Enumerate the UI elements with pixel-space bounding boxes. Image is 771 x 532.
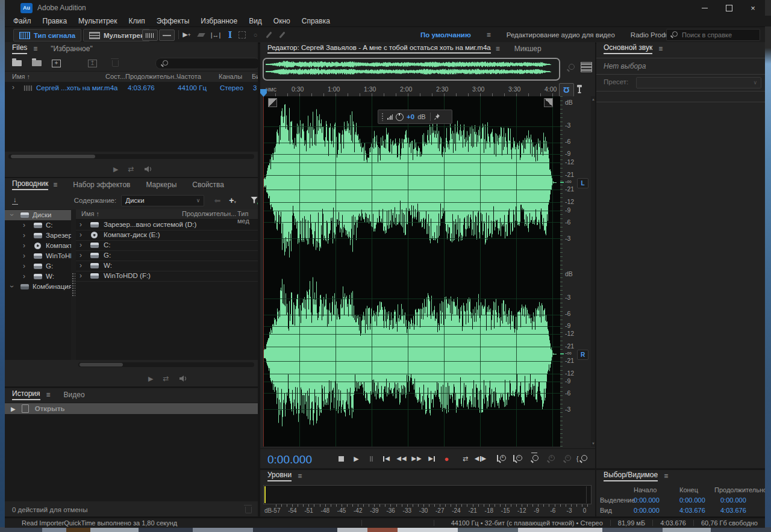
tree-item-drives[interactable]: › Диски xyxy=(5,210,71,220)
files-loop-icon[interactable]: ⇄ xyxy=(128,165,134,173)
minimize-button[interactable] xyxy=(693,0,717,16)
time-selection-tool-button[interactable]: |↔| xyxy=(210,29,222,40)
tree-item-c[interactable]: ›C: xyxy=(5,220,71,230)
new-bin-icon[interactable]: + xyxy=(52,60,61,67)
tab-selection-view[interactable]: Выбор/Видимое xyxy=(604,471,658,481)
ibeam-tool-button[interactable]: I xyxy=(224,29,236,40)
files-hscrollbar[interactable] xyxy=(8,154,254,159)
help-search-input[interactable] xyxy=(681,31,756,39)
files-col-rate[interactable]: Частота xyxy=(176,73,201,80)
snap-toggle-button[interactable]: Ω xyxy=(559,83,574,97)
explorer-play-icon[interactable]: ▶ xyxy=(148,375,153,383)
pause-button[interactable] xyxy=(364,451,379,466)
selection-panel-menu-icon[interactable]: ≡ xyxy=(664,472,668,480)
tab-mixer[interactable]: Микшер xyxy=(514,45,542,53)
explorer-loop-icon[interactable]: ⇄ xyxy=(163,374,169,383)
import-into-files-icon[interactable]: ↓ xyxy=(12,196,18,205)
move-tool-button[interactable]: ▶+ xyxy=(181,29,193,40)
tab-explorer[interactable]: Проводник xyxy=(12,179,48,190)
files-panel-menu-icon[interactable]: ≡ xyxy=(33,45,37,53)
list-item-f[interactable]: ›WinToHDD (F:) xyxy=(76,271,258,282)
tab-editor[interactable]: Редактор: Сергей Завьялов - А мне с тобо… xyxy=(267,44,491,54)
tree-item-cdrom[interactable]: ›Компакт- xyxy=(5,241,71,251)
fast-forward-button[interactable]: ▶▶ xyxy=(409,451,424,466)
lasso-tool-button[interactable]: ○ xyxy=(249,29,261,40)
menu-clip[interactable]: Клип xyxy=(129,17,145,25)
menu-file[interactable]: Файл xyxy=(13,17,31,25)
view-duration-value[interactable]: 4:03.676 xyxy=(720,507,746,514)
close-button[interactable]: × xyxy=(741,0,765,16)
list-item-d[interactable]: ›Зарезер...вано системой (D:) xyxy=(76,220,258,230)
explorer-panel-menu-icon[interactable]: ≡ xyxy=(53,181,57,189)
zoom-to-selection-button[interactable] xyxy=(529,454,540,464)
files-col-name[interactable]: Имя ↑ xyxy=(12,73,30,80)
waveform-view-button[interactable] xyxy=(142,29,158,41)
tab-essential-sound[interactable]: Основной звук xyxy=(604,43,652,54)
list-col-duration[interactable]: Продолжительн... xyxy=(182,210,236,217)
selection-end-value[interactable]: 0:00.000 xyxy=(679,496,705,504)
essential-panel-menu-icon[interactable]: ≡ xyxy=(658,45,663,53)
overview-waveform-canvas[interactable] xyxy=(266,60,555,76)
volume-hud[interactable]: +0 dB xyxy=(378,110,452,124)
fade-out-handle[interactable] xyxy=(544,98,553,107)
record-button[interactable]: ● xyxy=(439,451,454,466)
waveform-mode-button[interactable]: Тип сигнала xyxy=(13,29,81,42)
tab-markers[interactable]: Маркеры xyxy=(146,181,176,189)
rewind-button[interactable]: ◀◀ xyxy=(394,451,409,466)
editor-layout-icon[interactable] xyxy=(581,62,592,72)
timeline-ruler[interactable]: чмс0:301:001:302:002:303:003:304:00 xyxy=(263,84,560,96)
playhead-line[interactable] xyxy=(263,96,264,447)
skip-to-start-button[interactable]: ◀ xyxy=(379,451,394,466)
zoom-out-horizontal-button[interactable]: − xyxy=(513,454,524,464)
view-start-value[interactable]: 0:00.000 xyxy=(634,507,660,514)
file-row[interactable]: › Сергей ...хоть на миг.m4a 4:03.676 441… xyxy=(5,83,258,93)
loop-playback-button[interactable]: ⇄ xyxy=(458,451,473,466)
tree-item-combination[interactable]: ›Комбинация xyxy=(5,282,71,292)
menu-favorites[interactable]: Избранное xyxy=(201,17,237,25)
files-col-duration[interactable]: Продолжительн... xyxy=(125,73,179,80)
spectral-view-button[interactable] xyxy=(159,29,175,41)
content-dropdown[interactable]: Диски ∨ xyxy=(121,195,204,206)
list-item-c[interactable]: ›C: xyxy=(76,240,258,251)
overview-nav-zoom-icon[interactable] xyxy=(565,63,576,73)
play-button[interactable]: ▶ xyxy=(349,451,364,466)
explorer-autoplay-speaker-icon[interactable] xyxy=(179,375,187,382)
files-col-bits[interactable]: Би xyxy=(252,73,258,80)
explorer-hscrollbar[interactable] xyxy=(78,362,254,367)
view-end-value[interactable]: 4:03.676 xyxy=(679,507,705,514)
tab-files[interactable]: Files xyxy=(12,43,27,54)
marquee-tool-button[interactable] xyxy=(236,29,248,40)
tab-levels[interactable]: Уровни xyxy=(267,471,292,481)
levels-panel-menu-icon[interactable]: ≡ xyxy=(298,472,302,480)
history-item-open[interactable]: ▶ Открыть xyxy=(5,403,258,414)
import-file-icon[interactable] xyxy=(32,60,42,66)
selection-start-value[interactable]: 0:00.000 xyxy=(634,496,660,504)
hud-grip-icon[interactable] xyxy=(381,113,384,121)
tab-effects-rack[interactable]: Набор эффектов xyxy=(73,181,130,189)
playhead-time-display[interactable]: 0:00.000 xyxy=(267,453,312,466)
add-shortcut-icon[interactable]: +▾ xyxy=(229,196,236,205)
filter-funnel-icon[interactable] xyxy=(251,197,258,205)
list-item-e[interactable]: ›Компакт-диск (E:) xyxy=(76,230,258,241)
maximize-button[interactable] xyxy=(717,0,741,16)
workspace-audio-video[interactable]: Редактирование аудио для видео xyxy=(507,31,615,39)
history-trash-icon[interactable] xyxy=(245,507,252,513)
zoom-reset-button[interactable]: { xyxy=(578,454,589,464)
zoom-out-vertical-button[interactable]: − xyxy=(561,454,573,464)
healing-brush-tool-button[interactable] xyxy=(276,29,288,40)
zoom-in-vertical-button[interactable]: + xyxy=(545,454,557,464)
right-channel-badge[interactable]: R xyxy=(577,350,588,360)
menu-help[interactable]: Справка xyxy=(302,17,330,25)
workspace-menu-icon[interactable]: ≡ xyxy=(487,31,491,39)
tab-properties[interactable]: Свойства xyxy=(192,181,224,189)
brush-tool-button[interactable] xyxy=(263,29,275,40)
skip-to-end-button[interactable]: ▶ xyxy=(424,451,439,466)
preset-dropdown[interactable]: ∨ xyxy=(636,77,761,88)
files-play-icon[interactable]: ▶ xyxy=(113,165,118,173)
razor-tool-button[interactable] xyxy=(195,29,207,40)
files-search-input[interactable] xyxy=(155,58,258,69)
stop-button[interactable] xyxy=(334,451,349,466)
list-item-w[interactable]: ›W: xyxy=(76,261,258,271)
left-channel-badge[interactable]: L xyxy=(577,178,588,188)
overview-zoom-frame[interactable] xyxy=(263,58,560,81)
